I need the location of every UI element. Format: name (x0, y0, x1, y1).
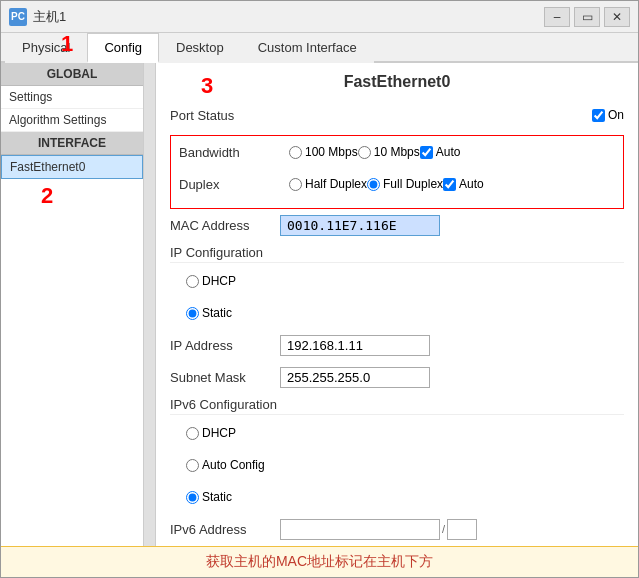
main-panel: FastEthernet0 Port Status On Bandwidth (156, 63, 638, 546)
bandwidth-auto-text: Auto (436, 145, 461, 159)
ipv6-address-label: IPv6 Address (170, 522, 280, 537)
ip-dhcp-option[interactable]: DHCP (186, 274, 236, 288)
ip-static-radio[interactable] (186, 307, 199, 320)
ipv6-static-option[interactable]: Static (186, 490, 232, 504)
ip-static-label: Static (202, 306, 232, 320)
port-status-on-label: On (608, 108, 624, 122)
tab-bar: Physical Config Desktop Custom Interface… (1, 33, 638, 63)
bandwidth-10-option[interactable]: 10 Mbps (358, 145, 420, 159)
ipv6-slash: / (442, 523, 445, 535)
duplex-half-label: Half Duplex (305, 177, 367, 191)
port-status-label: Port Status (170, 108, 280, 123)
ipv6-auto-config-label: Auto Config (202, 458, 265, 472)
duplex-options: Half Duplex Full Duplex Auto (289, 177, 615, 191)
mac-label: MAC Address (170, 218, 280, 233)
subnet-mask-row: Subnet Mask (170, 365, 624, 389)
bandwidth-10-label: 10 Mbps (374, 145, 420, 159)
bandwidth-100-option[interactable]: 100 Mbps (289, 145, 358, 159)
ipv6-dhcp-option[interactable]: DHCP (186, 426, 236, 440)
ipv6-static-radio[interactable] (186, 491, 199, 504)
bandwidth-100-label: 100 Mbps (305, 145, 358, 159)
sidebar: GLOBAL Settings Algorithm Settings INTER… (1, 63, 156, 546)
content-area: 2 3 GLOBAL Settings Algorithm Settings I… (1, 63, 638, 546)
duplex-label: Duplex (179, 177, 289, 192)
ip-config-header: IP Configuration (170, 245, 624, 263)
ipv6-auto-config-option[interactable]: Auto Config (186, 458, 265, 472)
sidebar-content: GLOBAL Settings Algorithm Settings INTER… (1, 63, 143, 546)
port-status-checkbox-label[interactable]: On (592, 108, 624, 122)
ip-address-row: IP Address (170, 333, 624, 357)
sidebar-item-fastethernet[interactable]: FastEthernet0 (1, 155, 143, 179)
restore-button[interactable]: ▭ (574, 7, 600, 27)
duplex-half-radio[interactable] (289, 178, 302, 191)
ipv6-dhcp-row: DHCP (170, 421, 624, 445)
bandwidth-label: Bandwidth (179, 145, 289, 160)
ipv6-config-header: IPv6 Configuration (170, 397, 624, 415)
duplex-auto-checkbox[interactable] (443, 178, 456, 191)
sidebar-global-header: GLOBAL (1, 63, 143, 86)
bandwidth-auto-label[interactable]: Auto (420, 145, 461, 159)
duplex-auto-label[interactable]: Auto (443, 177, 484, 191)
close-button[interactable]: ✕ (604, 7, 630, 27)
sidebar-interface-header: INTERFACE (1, 132, 143, 155)
duplex-full-radio[interactable] (367, 178, 380, 191)
status-bar: 获取主机的MAC地址标记在主机下方 (1, 546, 638, 577)
bandwidth-row: Bandwidth 100 Mbps 10 Mbps Auto (179, 140, 615, 164)
ip-dhcp-row: DHCP (170, 269, 624, 293)
bandwidth-options: 100 Mbps 10 Mbps Auto (289, 145, 615, 159)
ip-dhcp-label: DHCP (202, 274, 236, 288)
subnet-mask-input[interactable] (280, 367, 430, 388)
ipv6-prefix-input[interactable] (447, 519, 477, 540)
ipv6-address-row: IPv6 Address / (170, 517, 624, 541)
port-status-checkbox[interactable] (592, 109, 605, 122)
mac-row: MAC Address (170, 213, 624, 237)
ipv6-static-row: Static (170, 485, 624, 509)
tab-custom-interface[interactable]: Custom Interface (241, 33, 374, 63)
tab-physical[interactable]: Physical (5, 33, 87, 63)
sidebar-scrollbar[interactable] (143, 63, 155, 546)
bandwidth-100-radio[interactable] (289, 146, 302, 159)
bandwidth-10-radio[interactable] (358, 146, 371, 159)
ip-static-row: Static (170, 301, 624, 325)
bandwidth-duplex-group: Bandwidth 100 Mbps 10 Mbps Auto (170, 135, 624, 209)
main-window: PC 主机1 – ▭ ✕ Physical Config Desktop Cus… (0, 0, 639, 578)
status-text: 获取主机的MAC地址标记在主机下方 (206, 553, 433, 569)
ipv6-auto-config-radio[interactable] (186, 459, 199, 472)
port-status-row: Port Status On (170, 103, 624, 127)
ipv6-autoconfig-row: Auto Config (170, 453, 624, 477)
duplex-auto-text: Auto (459, 177, 484, 191)
ip-dhcp-radio[interactable] (186, 275, 199, 288)
window-title: 主机1 (33, 8, 544, 26)
mac-input[interactable] (280, 215, 440, 236)
duplex-row: Duplex Half Duplex Full Duplex Auto (179, 172, 615, 196)
sidebar-item-algorithm-settings[interactable]: Algorithm Settings (1, 109, 143, 132)
minimize-button[interactable]: – (544, 7, 570, 27)
ip-address-label: IP Address (170, 338, 280, 353)
tab-desktop[interactable]: Desktop (159, 33, 241, 63)
duplex-full-label: Full Duplex (383, 177, 443, 191)
ipv6-static-label: Static (202, 490, 232, 504)
ipv6-dhcp-radio[interactable] (186, 427, 199, 440)
sidebar-item-settings[interactable]: Settings (1, 86, 143, 109)
tab-config[interactable]: Config (87, 33, 159, 63)
duplex-half-option[interactable]: Half Duplex (289, 177, 367, 191)
window-icon: PC (9, 8, 27, 26)
bandwidth-auto-checkbox[interactable] (420, 146, 433, 159)
subnet-mask-label: Subnet Mask (170, 370, 280, 385)
panel-title: FastEthernet0 (170, 73, 624, 91)
duplex-full-option[interactable]: Full Duplex (367, 177, 443, 191)
ipv6-address-input[interactable] (280, 519, 440, 540)
ipv6-dhcp-label: DHCP (202, 426, 236, 440)
ip-address-input[interactable] (280, 335, 430, 356)
window-controls: – ▭ ✕ (544, 7, 630, 27)
title-bar: PC 主机1 – ▭ ✕ (1, 1, 638, 33)
ip-static-option[interactable]: Static (186, 306, 232, 320)
